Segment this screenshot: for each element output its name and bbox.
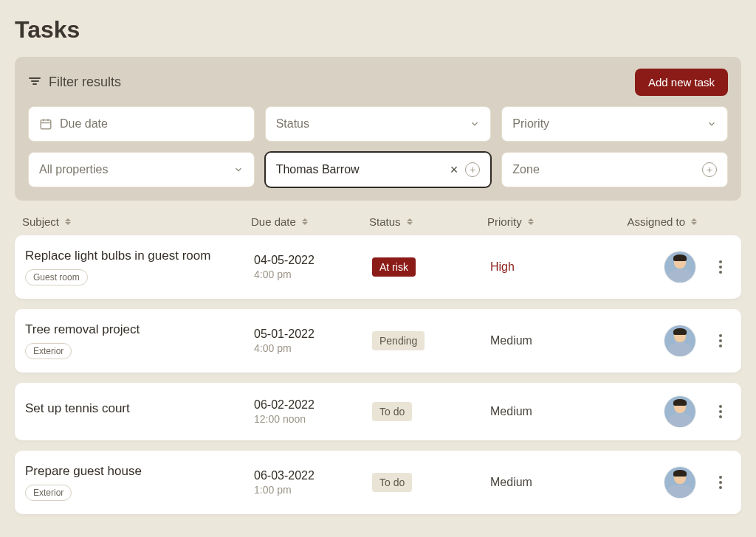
add-zone-icon[interactable]: + [702, 162, 717, 177]
task-subject: Replace light bulbs in guest room [25, 249, 254, 263]
col-priority[interactable]: Priority [487, 215, 613, 228]
assignee-input[interactable] [276, 163, 481, 176]
sort-icon [691, 218, 697, 225]
task-subject: Tree removal project [25, 322, 254, 337]
status-filter-label: Status [276, 117, 481, 131]
chevron-down-icon [470, 119, 480, 129]
task-status-cell: Pending [372, 331, 490, 350]
task-tag: Exterior [25, 485, 72, 501]
task-subject-cell: Tree removal projectExterior [25, 322, 254, 359]
task-row[interactable]: Set up tennis court06-02-202212:00 noonT… [15, 383, 741, 440]
status-badge: At risk [372, 257, 416, 277]
sort-icon [407, 218, 413, 225]
task-due-time: 1:00 pm [254, 484, 372, 496]
task-assigned-cell [616, 396, 731, 427]
task-due-cell: 06-03-20221:00 pm [254, 469, 372, 496]
priority-filter[interactable]: Priority [501, 106, 728, 142]
task-subject: Set up tennis court [25, 401, 254, 416]
sort-icon [528, 218, 534, 225]
chevron-down-icon [233, 164, 244, 175]
task-priority: High [490, 260, 616, 274]
task-due-time: 4:00 pm [254, 342, 372, 354]
row-menu-button[interactable] [718, 473, 724, 492]
task-tag: Exterior [25, 343, 72, 359]
assignee-avatar[interactable] [664, 325, 695, 356]
task-due-time: 12:00 noon [254, 413, 372, 425]
assignee-avatar[interactable] [664, 396, 695, 427]
filter-bar: Filter results Add new task Due date Sta… [15, 57, 741, 201]
col-status[interactable]: Status [369, 215, 487, 228]
properties-filter-label: All properties [39, 163, 244, 176]
task-status-cell: At risk [372, 257, 490, 277]
task-due-time: 4:00 pm [254, 268, 372, 280]
task-due-cell: 06-02-202212:00 noon [254, 398, 372, 425]
task-row[interactable]: Tree removal projectExterior05-01-20224:… [15, 309, 741, 373]
assignee-avatar[interactable] [664, 467, 695, 498]
col-subject[interactable]: Subject [22, 215, 251, 228]
task-row[interactable]: Prepare guest houseExterior06-03-20221:0… [15, 451, 741, 514]
page-title: Tasks [15, 16, 741, 44]
sort-icon [302, 218, 308, 225]
calendar-icon [39, 117, 52, 131]
task-subject-cell: Replace light bulbs in guest roomGuest r… [25, 249, 254, 285]
col-assigned-label: Assigned to [628, 215, 685, 228]
task-due-date: 06-02-2022 [254, 398, 372, 412]
task-status-cell: To do [372, 473, 490, 492]
task-due-date: 05-01-2022 [254, 328, 372, 341]
task-subject-cell: Set up tennis court [25, 401, 254, 422]
task-due-date: 04-05-2022 [254, 254, 372, 267]
due-date-filter[interactable]: Due date [28, 106, 255, 142]
task-subject: Prepare guest house [25, 464, 254, 479]
task-due-cell: 05-01-20224:00 pm [254, 328, 372, 354]
task-due-cell: 04-05-20224:00 pm [254, 254, 372, 280]
col-assigned[interactable]: Assigned to [613, 215, 734, 228]
row-menu-button[interactable] [718, 257, 724, 277]
add-new-task-button[interactable]: Add new task [635, 69, 728, 96]
col-status-label: Status [369, 215, 401, 228]
col-subject-label: Subject [22, 215, 59, 228]
priority-filter-label: Priority [512, 117, 717, 131]
sort-icon [65, 218, 71, 225]
status-badge: Pending [372, 331, 425, 350]
filter-label: Filter results [49, 75, 121, 90]
due-date-filter-label: Due date [60, 117, 244, 131]
svg-rect-0 [41, 120, 51, 129]
row-menu-button[interactable] [718, 402, 724, 421]
assignee-avatar[interactable] [664, 252, 695, 283]
task-assigned-cell [616, 325, 731, 356]
status-badge: To do [372, 402, 412, 421]
task-due-date: 06-03-2022 [254, 469, 372, 482]
status-badge: To do [372, 473, 412, 492]
assignee-filter[interactable]: × + [265, 152, 492, 187]
zone-filter-label: Zone [512, 163, 717, 176]
task-tag: Guest room [25, 269, 88, 285]
task-row[interactable]: Replace light bulbs in guest roomGuest r… [15, 235, 741, 299]
properties-filter[interactable]: All properties [28, 152, 255, 187]
task-assigned-cell [616, 467, 731, 498]
task-status-cell: To do [372, 402, 490, 421]
task-assigned-cell [616, 252, 731, 283]
task-priority: Medium [490, 334, 616, 347]
filter-icon [28, 77, 41, 88]
row-menu-button[interactable] [718, 331, 724, 350]
table-header: Subject Due date Status Priority Assigne… [15, 201, 741, 235]
task-subject-cell: Prepare guest houseExterior [25, 464, 254, 501]
clear-assignee-icon[interactable]: × [450, 162, 458, 178]
add-assignee-icon[interactable]: + [465, 162, 480, 177]
col-due-date-label: Due date [251, 215, 296, 228]
col-due-date[interactable]: Due date [251, 215, 369, 228]
task-list: Replace light bulbs in guest roomGuest r… [15, 235, 741, 514]
task-priority: Medium [490, 405, 616, 418]
chevron-down-icon [707, 119, 717, 129]
task-priority: Medium [490, 476, 616, 489]
zone-filter[interactable]: Zone + [501, 152, 728, 187]
status-filter[interactable]: Status [265, 106, 492, 142]
col-priority-label: Priority [487, 215, 522, 228]
